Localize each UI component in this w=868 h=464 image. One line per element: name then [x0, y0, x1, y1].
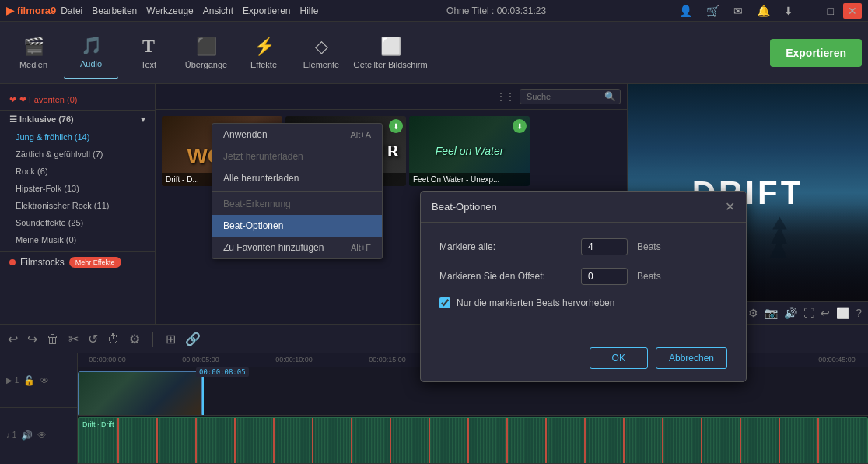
sidebar-item-erock[interactable]: Elektronischer Rock (11)	[0, 197, 155, 214]
toolbar-elemente[interactable]: ◇ Elemente	[294, 26, 348, 79]
medien-icon: 🎬	[23, 37, 44, 57]
offset-label: Markieren Sie den Offset:	[439, 271, 572, 282]
split-icon: ⬜	[380, 37, 401, 57]
audio-track-lane: Drift · Drift	[78, 416, 868, 464]
sidebar-item-zaertlich[interactable]: Zärtlich & gefühlvoll (7)	[0, 146, 155, 163]
preview-fullscreen-icon[interactable]: ⛶	[803, 307, 814, 319]
toolbar-split[interactable]: ⬜ Geteilter Bildschirm	[352, 26, 429, 79]
ruler-mark-0: 00:00:00:00	[84, 356, 131, 364]
tl-timer-btn[interactable]: ⏱	[107, 332, 120, 346]
video-clip-thumb	[79, 372, 201, 416]
offset-row: Markieren Sie den Offset: Beats	[439, 268, 727, 285]
minimize-btn[interactable]: –	[803, 3, 818, 19]
toolbar-uebergaenge[interactable]: ⬛ Übergänge	[179, 26, 233, 79]
menu-ansicht[interactable]: Ansicht	[203, 5, 233, 16]
time-cursor-head: 00:00:08:05	[196, 367, 249, 377]
ctx-anwenden-label: Anwenden	[223, 129, 268, 140]
ruler-mark-end: 00:00:45:00	[814, 356, 860, 364]
ctx-favoriten-shortcut: Alt+F	[351, 243, 371, 252]
sidebar-item-rock[interactable]: Rock (6)	[0, 163, 155, 180]
close-btn[interactable]: ✕	[843, 3, 862, 19]
menu-exportieren[interactable]: Exportieren	[243, 5, 290, 16]
tl-cut-btn[interactable]: ✂	[68, 332, 79, 346]
audio-clip[interactable]: Drift · Drift	[78, 417, 868, 464]
preview-help-icon[interactable]: ?	[856, 307, 862, 319]
waveform	[79, 418, 867, 463]
ok-button[interactable]: OK	[590, 347, 648, 369]
preview-snapshot-icon[interactable]: 📷	[765, 307, 778, 319]
ctx-alle-herunterladen[interactable]: Alle herunterladen	[212, 167, 382, 189]
ctx-divider-1	[212, 191, 382, 192]
search-bar: ⋮⋮ 🔍	[156, 84, 627, 110]
ctx-favoriten-label: Zu Favoriten hinzufügen	[223, 242, 324, 253]
dialog-close-button[interactable]: ✕	[725, 199, 735, 214]
favorites-label: ❤ Favoriten (0)	[19, 95, 77, 105]
markiere-alle-input[interactable]	[581, 238, 628, 255]
sidebar-section-inklusive-label: ☰ Inklusive (76)	[9, 114, 74, 125]
sidebar-hipster-label: Hipster-Folk (13)	[16, 184, 79, 193]
preview-layout-icon[interactable]: ⬜	[836, 307, 849, 319]
tl-delete-btn[interactable]: 🗑	[47, 332, 59, 346]
ctx-beat-optionen[interactable]: Beat-Optionen	[212, 215, 382, 237]
user-icon[interactable]: 👤	[674, 3, 697, 19]
maximize-btn[interactable]: □	[823, 3, 838, 19]
toolbar-effekte[interactable]: ⚡ Effekte	[236, 26, 291, 79]
offset-unit: Beats	[637, 271, 661, 282]
video-track-num: ▶ 1	[6, 376, 19, 385]
sidebar-zaertlich-label: Zärtlich & gefühlvoll (7)	[16, 149, 103, 159]
audio-track-mute-icon[interactable]: 🔊	[21, 430, 33, 441]
menu-hilfe[interactable]: Hilfe	[299, 5, 318, 16]
media-card-3-download[interactable]: ⬇	[513, 119, 527, 133]
tl-add-track-btn[interactable]: ⊞	[166, 332, 176, 346]
media-card-2-download[interactable]: ⬇	[389, 119, 403, 133]
video-track-lock-icon[interactable]: 🔓	[23, 375, 35, 386]
bell-icon[interactable]: 🔔	[752, 3, 775, 19]
menu-datei[interactable]: Datei	[61, 5, 82, 16]
cart-icon[interactable]: 🛒	[702, 3, 724, 19]
tl-link-btn[interactable]: 🔗	[185, 332, 201, 346]
sidebar-item-jung[interactable]: Jung & fröhlich (14)	[0, 128, 155, 146]
ctx-jetzt-herunterladen: Jetzt herunterladen	[212, 146, 382, 167]
tl-adjust-btn[interactable]: ⚙	[129, 332, 140, 346]
video-clip[interactable]	[78, 371, 202, 416]
dialog-title: Beat-Optionen	[432, 201, 497, 213]
menu-bearbeiten[interactable]: Bearbeiten	[92, 5, 137, 16]
preview-loop-icon[interactable]: ↩	[821, 307, 830, 319]
toolbar-split-label: Geteilter Bildschirm	[353, 60, 427, 69]
sidebar-item-soundeffekte[interactable]: Soundeffekte (25)	[0, 214, 155, 231]
elemente-icon: ◇	[315, 37, 328, 57]
menu-werkzeuge[interactable]: Werkzeuge	[146, 5, 193, 16]
sidebar-section-inklusive[interactable]: ☰ Inklusive (76) ▾	[0, 111, 155, 128]
ctx-anwenden[interactable]: Anwenden Alt+A	[212, 124, 382, 146]
tl-redo-btn[interactable]: ↪	[27, 332, 37, 346]
sidebar: ❤ ❤ Favoriten (0) ☰ Inklusive (76) ▾ Jun…	[0, 84, 156, 324]
filmstock-bar[interactable]: Filmstocks Mehr Effekte	[0, 251, 155, 272]
export-button[interactable]: Exportieren	[770, 39, 862, 67]
media-card-3[interactable]: Feel on Water ⬇ Feet On Water - Unexp...	[409, 116, 530, 186]
mehr-effekte-badge[interactable]: Mehr Effekte	[69, 257, 121, 268]
toolbar-medien[interactable]: 🎬 Medien	[6, 26, 61, 79]
favorites-bar[interactable]: ❤ ❤ Favoriten (0)	[0, 90, 155, 111]
audio-track-eye-icon[interactable]: 👁	[37, 430, 47, 441]
tl-undo-btn[interactable]: ↩	[8, 332, 18, 346]
sidebar-item-meinemusik[interactable]: Meine Musik (0)	[0, 231, 155, 248]
tl-rotate-btn[interactable]: ↺	[88, 332, 98, 346]
window-title: Ohne Titel : 00:03:31:23	[446, 5, 546, 16]
tl-separator-1	[152, 332, 153, 347]
preview-settings-icon[interactable]: ⚙	[748, 307, 758, 319]
grid-icon[interactable]: ⋮⋮	[496, 91, 515, 102]
preview-volume-icon[interactable]: 🔊	[784, 307, 797, 319]
download-icon[interactable]: ⬇	[779, 3, 798, 19]
envelope-icon[interactable]: ✉	[729, 3, 747, 19]
highlight-label: Nur die markierten Beats hervorheben	[457, 297, 614, 308]
toolbar-text[interactable]: T Text	[121, 26, 176, 79]
ctx-beat-erkennung-label: Beat-Erkennung	[223, 199, 291, 209]
video-track-eye-icon[interactable]: 👁	[40, 375, 49, 386]
ctx-favoriten[interactable]: Zu Favoriten hinzufügen Alt+F	[212, 237, 382, 258]
sidebar-item-hipster[interactable]: Hipster-Folk (13)	[0, 180, 155, 197]
highlight-checkbox[interactable]	[439, 297, 450, 308]
cancel-button[interactable]: Abbrechen	[656, 347, 727, 369]
toolbar-audio[interactable]: 🎵 Audio	[64, 26, 118, 79]
titlebar: ▶ filmora9 Datei Bearbeiten Werkzeuge An…	[0, 0, 868, 22]
offset-input[interactable]	[581, 268, 628, 285]
